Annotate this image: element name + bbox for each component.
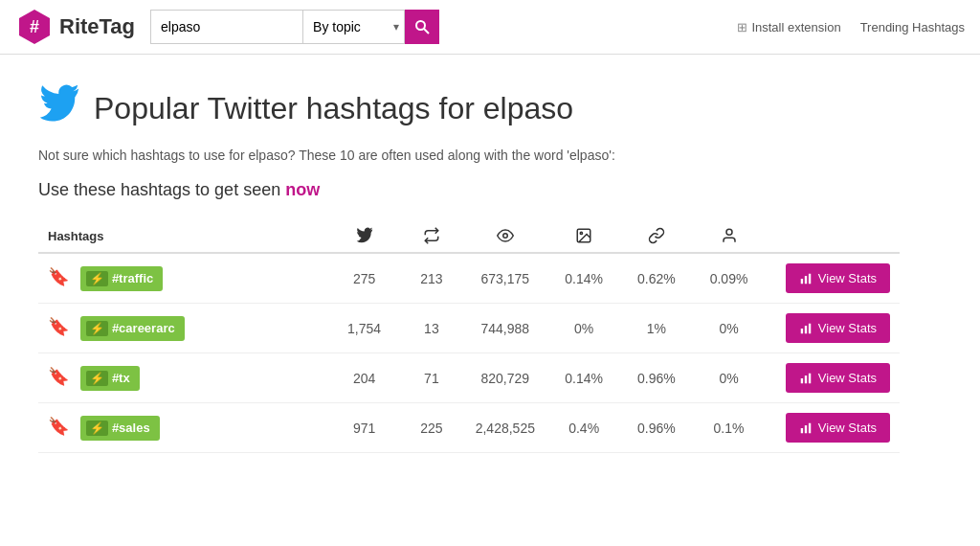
search-button[interactable] [405,10,439,44]
col-header-action [765,219,900,253]
bookmark-btn[interactable]: 🔖 [48,367,69,386]
link-icon [648,227,665,244]
col-header-links [620,219,693,253]
users-cell: 0.09% [693,253,766,304]
table-row: 🔖 ⚡ #tx 204 71 820,729 0.14% 0.96% 0% Vi… [38,353,900,403]
bar-chart-icon [799,421,813,435]
action-cell: View Stats [765,403,900,453]
page-title-area: Popular Twitter hashtags for elpaso [38,83,900,134]
subtitle: Not sure which hashtags to use for elpas… [38,148,900,163]
hashtag-text: #traffic [112,271,153,285]
svg-rect-11 [801,329,803,333]
svg-rect-15 [805,375,807,383]
bookmark-btn[interactable]: 🔖 [48,417,69,436]
images-cell: 0.4% [547,403,620,453]
main-content: Popular Twitter hashtags for elpaso Not … [0,55,938,482]
svg-line-3 [424,29,429,34]
hashtags-table: Hashtags [38,219,900,453]
hashtag-cell: 🔖 ⚡ #careerarc [38,304,328,353]
images-cell: 0.14% [547,353,620,403]
svg-rect-12 [805,326,807,333]
bolt-icon: ⚡ [86,421,108,436]
logo-area: # RiteTag [15,8,135,46]
install-icon: ⊞ [737,20,747,34]
tweets-cell: 204 [328,353,401,403]
view-stats-button[interactable]: View Stats [786,363,890,393]
hashtag-text: #tx [112,371,130,385]
col-header-hashtags: Hashtags [38,219,328,253]
hashtag-badge: ⚡ #careerarc [80,316,185,341]
view-stats-button[interactable]: View Stats [786,313,890,343]
hashtag-badge: ⚡ #tx [80,366,140,391]
retweets-cell: 13 [400,304,462,353]
bookmark-btn[interactable]: 🔖 [48,317,69,336]
eye-icon [497,227,514,244]
search-icon [414,19,430,34]
svg-rect-10 [809,273,811,284]
table-row: 🔖 ⚡ #careerarc 1,754 13 744,988 0% 1% 0%… [38,304,900,353]
svg-rect-8 [801,279,803,284]
twitter-bird-icon [38,83,80,134]
filter-select-wrapper: By topic By hashtag [303,10,405,44]
bolt-icon: ⚡ [86,321,108,336]
hashtag-cell: 🔖 ⚡ #tx [38,353,328,403]
hashtag-cell: 🔖 ⚡ #sales [38,403,328,453]
image-icon [575,227,592,244]
bar-chart-icon [799,372,813,385]
svg-point-6 [580,232,582,234]
retweets-cell: 225 [400,403,462,453]
svg-rect-17 [801,428,803,433]
svg-rect-14 [801,378,803,383]
view-stats-button[interactable]: View Stats [786,263,890,293]
col-header-exposure [462,219,547,253]
logo-icon: # [15,8,54,46]
links-cell: 0.96% [620,403,693,453]
table-row: 🔖 ⚡ #traffic 275 213 673,175 0.14% 0.62%… [38,253,900,304]
users-cell: 0% [693,353,766,403]
install-extension-link[interactable]: ⊞Install extension [737,20,840,34]
links-cell: 0.62% [620,253,693,304]
retweets-cell: 71 [400,353,462,403]
images-cell: 0.14% [547,253,620,304]
view-stats-button[interactable]: View Stats [786,413,890,443]
svg-point-7 [726,229,732,235]
exposure-cell: 820,729 [462,353,547,403]
hashtag-cell: 🔖 ⚡ #traffic [38,253,328,304]
svg-rect-13 [809,323,811,333]
hashtag-text: #sales [112,421,150,435]
svg-rect-16 [809,373,811,383]
images-cell: 0% [547,304,620,353]
col-header-retweets [400,219,462,253]
exposure-cell: 2,428,525 [462,403,547,453]
hashtag-text: #careerarc [112,321,175,335]
user-icon [721,227,738,244]
seen-text: Use these hashtags to get seen now [38,180,900,200]
trending-hashtags-link[interactable]: Trending Hashtags [860,20,965,34]
exposure-cell: 673,175 [462,253,547,304]
links-cell: 1% [620,304,693,353]
tweets-cell: 971 [328,403,401,453]
svg-rect-18 [805,425,807,433]
action-cell: View Stats [765,304,900,353]
bookmark-btn[interactable]: 🔖 [48,267,69,286]
retweet-icon [423,227,440,244]
filter-select[interactable]: By topic By hashtag [303,10,405,44]
search-area: By topic By hashtag [150,10,439,44]
bolt-icon: ⚡ [86,271,108,286]
tweets-cell: 1,754 [328,304,401,353]
svg-rect-9 [805,276,807,284]
hashtag-badge: ⚡ #sales [80,416,160,441]
header-right: ⊞Install extension Trending Hashtags [737,20,965,34]
svg-text:#: # [30,17,39,36]
search-input[interactable] [150,10,303,44]
bolt-icon: ⚡ [86,371,108,386]
retweets-cell: 213 [400,253,462,304]
table-header-row: Hashtags [38,219,900,253]
action-cell: View Stats [765,253,900,304]
svg-point-4 [503,234,508,239]
page-title: Popular Twitter hashtags for elpaso [94,91,573,126]
table-row: 🔖 ⚡ #sales 971 225 2,428,525 0.4% 0.96% … [38,403,900,453]
col-header-tweets [328,219,401,253]
users-cell: 0% [693,304,766,353]
exposure-cell: 744,988 [462,304,547,353]
